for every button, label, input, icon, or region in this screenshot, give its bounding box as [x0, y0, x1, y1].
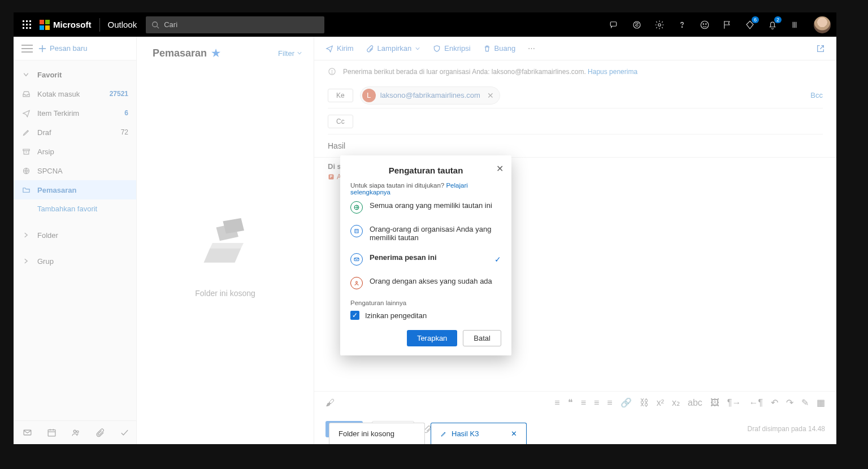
tab-empty-folder[interactable]: Folder ini kosong — [329, 423, 425, 444]
apply-button[interactable]: Terapkan — [407, 330, 457, 346]
globe-icon — [350, 201, 363, 214]
cancel-button[interactable]: Batal — [463, 330, 501, 346]
help-icon[interactable] — [677, 20, 687, 30]
svg-point-5 — [682, 27, 682, 27]
gear-icon[interactable] — [654, 20, 665, 30]
global-header: Microsoft Outlook Cari 6 2 — [14, 12, 836, 37]
microsoft-text: Microsoft — [53, 20, 92, 29]
svg-point-6 — [701, 21, 709, 29]
tab-hasil-k3[interactable]: Hasil K3 ✕ — [431, 423, 527, 444]
person-icon — [350, 277, 363, 289]
other-settings-label: Pengaturan lainnya — [350, 299, 501, 306]
bell-icon[interactable]: 2 — [767, 20, 778, 30]
search-placeholder: Cari — [164, 20, 177, 29]
check-icon: ✓ — [494, 255, 501, 264]
search-input[interactable]: Cari — [146, 16, 324, 33]
checkbox-checked-icon: ✓ — [350, 311, 359, 320]
close-tab-icon[interactable]: ✕ — [511, 429, 517, 438]
svg-point-8 — [706, 23, 707, 24]
badge: 2 — [774, 16, 782, 23]
tab-label: Folder ini kosong — [338, 429, 394, 438]
dialog-title: Pengaturan tautan — [350, 166, 501, 175]
allow-edit-label: Izinkan pengeditan — [365, 311, 427, 320]
svg-rect-2 — [610, 21, 617, 26]
flag-icon[interactable] — [722, 20, 732, 30]
avatar[interactable] — [814, 16, 831, 33]
svg-point-7 — [703, 23, 704, 24]
mail-icon — [350, 253, 363, 266]
link-settings-dialog: ✕ Pengaturan tautan Untuk siapa tautan i… — [340, 155, 511, 355]
skype-icon[interactable] — [632, 20, 642, 30]
badge: 6 — [752, 16, 759, 23]
svg-point-4 — [658, 23, 661, 26]
divider — [99, 18, 100, 32]
svg-line-1 — [157, 26, 159, 28]
draft-tab-bar: Folder ini kosong Hasil K3 ✕ — [329, 420, 823, 444]
svg-point-28 — [356, 281, 358, 283]
allow-edit-checkbox[interactable]: ✓ Izinkan pengeditan — [350, 311, 501, 320]
chat-icon[interactable] — [609, 20, 619, 30]
close-icon[interactable]: ✕ — [496, 163, 504, 174]
share-option-recipients[interactable]: Penerima pesan ini ✓ — [350, 247, 501, 271]
svg-point-0 — [153, 21, 158, 27]
filter-icon[interactable] — [790, 20, 799, 29]
product-name[interactable]: Outlook — [108, 20, 137, 29]
building-icon — [350, 225, 363, 237]
share-option-org[interactable]: Orang-orang di organisasi Anda yang memi… — [350, 219, 501, 247]
smiley-icon[interactable] — [700, 20, 710, 30]
svg-rect-26 — [355, 229, 358, 233]
share-option-anyone[interactable]: Semua orang yang memiliki tautan ini — [350, 196, 501, 219]
microsoft-logo: Microsoft — [40, 20, 92, 30]
dialog-question: Untuk siapa tautan ini ditujukan? — [350, 182, 444, 189]
share-option-existing[interactable]: Orang dengan akses yang sudah ada — [350, 271, 501, 295]
tab-label: Hasil K3 — [452, 429, 479, 438]
app-launcher-icon[interactable] — [23, 20, 32, 29]
diamond-icon[interactable]: 6 — [745, 20, 755, 30]
